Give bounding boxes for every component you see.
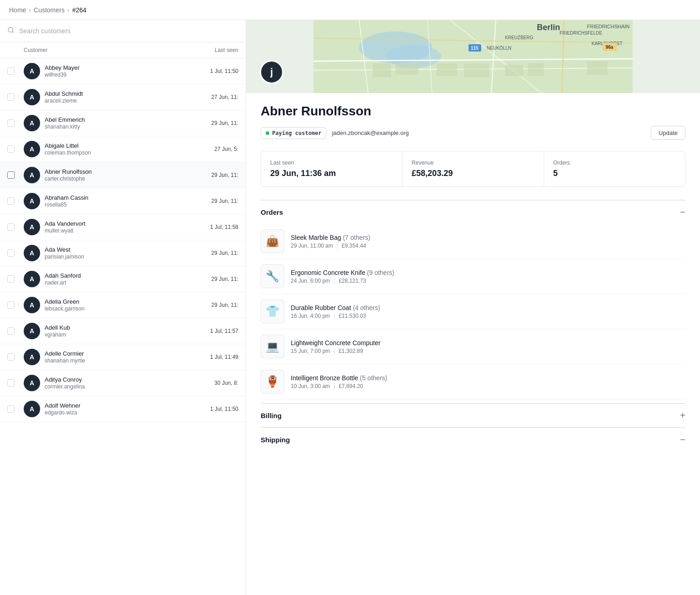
update-button[interactable]: Update [651, 126, 685, 140]
order-item[interactable]: 👕 Durable Rubber Coat (4 others) 16 Jun,… [261, 294, 685, 329]
stat-revenue-label: Revenue [412, 160, 534, 166]
map-area: Berlin FRIEDRICHSHAIN FRIEDRICHSFELDE KR… [246, 20, 700, 93]
customer-name: Adolf Wehner [45, 402, 81, 409]
row-checkbox[interactable] [7, 223, 24, 231]
customer-info: A Ada West parisian.jamison [24, 245, 184, 261]
customer-row[interactable]: A Adelia Green lebsack.garrison 29 Jun, … [0, 292, 246, 318]
stat-last-seen-value: 29 Jun, 11:36 am [270, 169, 393, 178]
billing-section: Billing + [261, 403, 685, 427]
customer-name: Adell Kub [45, 324, 70, 331]
orders-toggle-button[interactable]: − [680, 207, 685, 217]
shipping-toggle-button[interactable]: − [680, 435, 685, 445]
order-meta: 29 Jun, 11:00 am | £9,354.44 [291, 243, 685, 249]
row-checkbox[interactable] [7, 275, 24, 283]
customer-row[interactable]: A Ada West parisian.jamison 29 Jun, 11: [0, 240, 246, 266]
customer-info: A Adell Kub vgraham [24, 323, 184, 339]
customer-info: A Abner Runolfsson carter.christophe [24, 167, 184, 183]
search-input[interactable] [19, 27, 238, 35]
orders-list: 👜 Sleek Marble Bag (7 others) 29 Jun, 11… [261, 224, 685, 399]
svg-rect-13 [373, 63, 391, 77]
customer-row[interactable]: A Abel Emmerich shanahan.kitty 29 Jun, 1… [0, 110, 246, 136]
row-checkbox[interactable] [7, 405, 24, 413]
customer-row[interactable]: A Abdul Schmidt araceli.zieme 27 Jun, 11… [0, 84, 246, 110]
svg-rect-15 [437, 63, 457, 76]
stat-revenue-value: £58,203.29 [412, 169, 534, 178]
shipping-section-title: Shipping [261, 436, 290, 444]
customer-avatar: A [24, 193, 40, 209]
customer-name: Ada West [45, 246, 84, 253]
select-all-checkbox[interactable] [7, 47, 24, 53]
customer-row[interactable]: A Abner Runolfsson carter.christophe 29 … [0, 162, 246, 188]
customer-info: A Abigale Littel coleman.thompson [24, 141, 184, 157]
svg-point-0 [8, 27, 13, 32]
row-checkbox[interactable] [7, 249, 24, 257]
order-amount: £11,530.03 [339, 313, 366, 319]
stat-last-seen-label: Last seen [270, 160, 393, 166]
customer-name: Ada Vandervort [45, 220, 85, 227]
stat-revenue: Revenue £58,203.29 [402, 151, 543, 186]
svg-text:FRIEDRICHSFELDE: FRIEDRICHSFELDE [560, 31, 602, 36]
customer-row[interactable]: A Adelle Cormier shanahan.myrtle 1 Jul, … [0, 344, 246, 370]
row-checkbox[interactable] [7, 197, 24, 205]
customer-username: edgardo.wiza [45, 409, 81, 416]
customer-row[interactable]: A Adell Kub vgraham 1 Jul, 11:57 [0, 318, 246, 344]
row-checkbox[interactable] [7, 67, 24, 75]
order-item[interactable]: 🔧 Ergonomic Concrete Knife (9 others) 24… [261, 259, 685, 294]
breadcrumb-home[interactable]: Home [9, 6, 26, 14]
customer-name: Abner Runolfsson [45, 168, 92, 175]
row-checkbox[interactable] [7, 327, 24, 335]
row-checkbox[interactable] [7, 145, 24, 153]
order-meta: 10 Jun, 3:00 am | £7,894.20 [291, 383, 685, 389]
customer-row[interactable]: A Adolf Wehner edgardo.wiza 1 Jul, 11:50 [0, 396, 246, 422]
row-checkbox[interactable] [7, 353, 24, 361]
svg-rect-17 [505, 65, 523, 76]
order-item[interactable]: 👜 Sleek Marble Bag (7 others) 29 Jun, 11… [261, 224, 685, 259]
orders-section-header: Orders − [261, 200, 685, 224]
column-header-last-seen: Last seen [184, 47, 238, 53]
svg-rect-16 [464, 63, 489, 77]
breadcrumb: Home › Customers › #264 [0, 0, 700, 20]
customer-last-seen: 1 Jul, 11:49 [184, 354, 238, 360]
row-checkbox[interactable] [7, 93, 24, 101]
order-thumbnail: 🏺 [261, 370, 284, 393]
detail-avatar: j [260, 60, 283, 84]
row-checkbox[interactable] [7, 379, 24, 387]
customer-info: A Adelle Cormier shanahan.myrtle [24, 349, 184, 365]
orders-section-title: Orders [261, 208, 283, 216]
order-amount: £9,354.44 [342, 243, 366, 249]
billing-toggle-button[interactable]: + [680, 410, 685, 421]
order-name: Sleek Marble Bag (7 others) [291, 234, 685, 241]
column-header-customer: Customer [24, 47, 184, 53]
customer-email: jaden.zboncak@example.org [332, 129, 645, 136]
customer-row[interactable]: A Adah Sanford nader.art 29 Jun, 11: [0, 266, 246, 292]
order-item[interactable]: 💻 Lightweight Concrete Computer 15 Jun, … [261, 329, 685, 364]
customer-row[interactable]: A Aditya Conroy cormier.angelina 30 Jun,… [0, 370, 246, 396]
row-checkbox[interactable] [7, 171, 24, 179]
customer-username: araceli.zieme [45, 98, 83, 104]
customer-row[interactable]: A Abigale Littel coleman.thompson 27 Jun… [0, 136, 246, 162]
customer-row[interactable]: A Ada Vandervort muller.wyatt 1 Jul, 11:… [0, 214, 246, 240]
order-thumbnail: 🔧 [261, 264, 284, 288]
shipping-section: Shipping − [261, 427, 685, 451]
row-checkbox[interactable] [7, 301, 24, 309]
billing-section-header: Billing + [261, 404, 685, 427]
breadcrumb-customers[interactable]: Customers [34, 6, 65, 14]
order-amount: £7,894.20 [339, 383, 363, 389]
customer-full-name: Abner Runolfsson [261, 104, 685, 119]
stats-row: Last seen 29 Jun, 11:36 am Revenue £58,2… [261, 151, 685, 187]
order-item[interactable]: 🏺 Intelligent Bronze Bottle (5 others) 1… [261, 364, 685, 399]
list-header: Customer Last seen [0, 42, 246, 58]
svg-text:96a: 96a [606, 45, 613, 50]
order-meta: 16 Jun, 4:00 pm | £11,530.03 [291, 313, 685, 319]
badges-row: Paying customer jaden.zboncak@example.or… [261, 126, 685, 140]
order-name: Intelligent Bronze Bottle (5 others) [291, 374, 685, 382]
row-checkbox[interactable] [7, 119, 24, 127]
orders-section: Orders − 👜 Sleek Marble Bag (7 others) 2… [261, 200, 685, 399]
customer-last-seen: 1 Jul, 11:50 [184, 406, 238, 412]
breadcrumb-sep2: › [67, 6, 70, 14]
customer-name: Aditya Conroy [45, 376, 85, 383]
customer-row[interactable]: A Abraham Cassin rosella85 29 Jun, 11: [0, 188, 246, 214]
customer-row[interactable]: A Abbey Mayer wilfred39 1 Jul, 11:50 [0, 58, 246, 84]
customer-last-seen: 1 Jul, 11:58 [184, 224, 238, 230]
customer-avatar: A [24, 219, 40, 235]
